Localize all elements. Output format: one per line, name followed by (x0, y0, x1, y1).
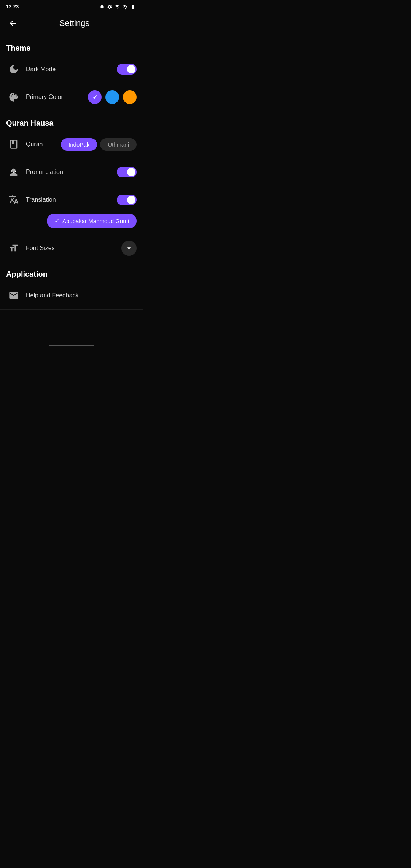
page-title: Settings (26, 18, 137, 28)
status-icons (99, 4, 137, 10)
home-indicator (0, 340, 143, 349)
status-time: 12:23 (6, 4, 19, 10)
pronunciation-label: Pronunciation (26, 169, 117, 176)
help-feedback-label: Help and Feedback (26, 292, 137, 299)
status-bar: 12:23 (0, 0, 143, 12)
quran-style-buttons: IndoPak Uthmani (61, 138, 137, 151)
dark-mode-toggle-knob (127, 65, 135, 73)
wifi-icon (115, 4, 120, 10)
help-feedback-item[interactable]: Help and Feedback (0, 282, 143, 310)
email-icon (8, 290, 19, 301)
translation-selector-label: Abubakar Mahmoud Gumi (62, 218, 129, 224)
quran-hausa-section-label: Quran Hausa (0, 114, 143, 131)
uthmani-button[interactable]: Uthmani (100, 138, 137, 151)
pronunciation-icon (6, 164, 21, 180)
font-size-dropdown-button[interactable] (121, 241, 137, 256)
translation-selector-button[interactable]: ✓ Abubakar Mahmoud Gumi (47, 214, 137, 228)
moon-icon (8, 64, 19, 75)
translation-label: Translation (26, 196, 117, 203)
settings-status-icon (107, 4, 112, 10)
color-purple[interactable] (88, 90, 102, 104)
indopak-button[interactable]: IndoPak (61, 138, 97, 151)
person-voice-icon (8, 167, 19, 177)
translate-icon (8, 195, 19, 205)
back-arrow-icon (8, 19, 18, 28)
quran-icon (6, 137, 21, 152)
pronunciation-toggle-knob (127, 168, 135, 176)
notification-icon (99, 4, 105, 10)
palette-icon (8, 92, 19, 102)
signal-icon (122, 4, 127, 10)
battery-icon (130, 4, 137, 10)
primary-color-label: Primary Color (26, 94, 88, 101)
chevron-down-icon (125, 244, 133, 252)
translation-checkmark-icon: ✓ (54, 217, 59, 225)
font-size-icon (6, 241, 21, 256)
translation-item: Translation (0, 186, 143, 214)
pronunciation-item: Pronunciation (0, 158, 143, 186)
primary-color-icon (6, 89, 21, 105)
application-section-label: Application (0, 265, 143, 282)
translation-toggle-knob (127, 196, 135, 204)
quran-item: Quran IndoPak Uthmani (0, 131, 143, 158)
color-orange[interactable] (123, 90, 137, 104)
book-icon (8, 139, 19, 150)
format-size-icon (8, 243, 19, 254)
color-options (88, 90, 137, 104)
translation-selector-row: ✓ Abubakar Mahmoud Gumi (0, 214, 143, 235)
pronunciation-toggle[interactable] (117, 167, 137, 177)
dark-mode-toggle[interactable] (117, 64, 137, 75)
dark-mode-icon (6, 62, 21, 77)
quran-label: Quran (26, 141, 61, 148)
font-sizes-item: Font Sizes (0, 235, 143, 262)
translation-toggle[interactable] (117, 195, 137, 205)
help-feedback-icon (6, 288, 21, 303)
font-sizes-label: Font Sizes (26, 245, 121, 252)
dark-mode-label: Dark Mode (26, 66, 117, 73)
dark-mode-item: Dark Mode (0, 56, 143, 83)
color-blue[interactable] (105, 90, 119, 104)
back-button[interactable] (6, 16, 20, 30)
primary-color-item: Primary Color (0, 83, 143, 111)
home-bar (49, 345, 94, 346)
translation-icon (6, 192, 21, 207)
theme-section-label: Theme (0, 39, 143, 56)
header: Settings (0, 12, 143, 36)
